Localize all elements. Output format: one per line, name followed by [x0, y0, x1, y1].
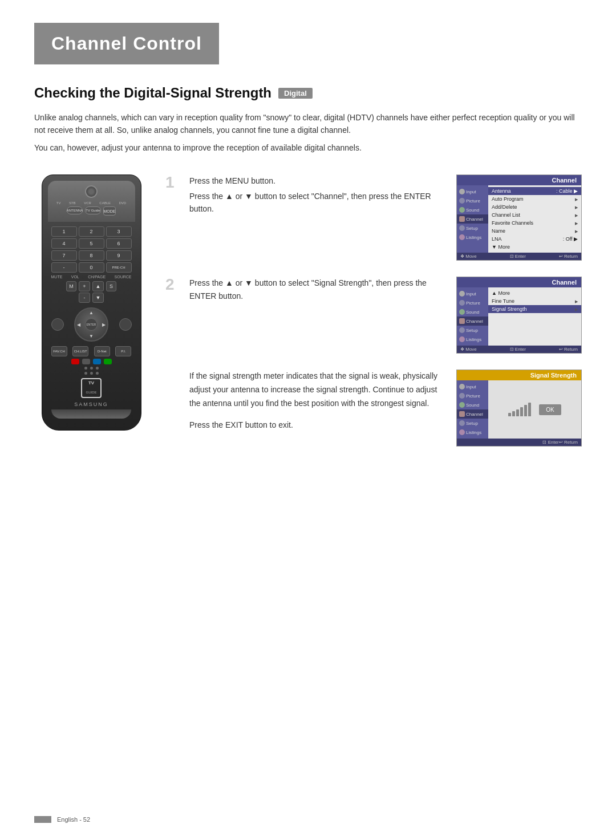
signal-body: Input Picture Sound Channel [457, 380, 581, 439]
signal-strength-box: Signal Strength Input Picture [456, 370, 582, 447]
step-2-line1: Press the ▲ or ▼ button to select "Signa… [189, 277, 446, 302]
btn-0[interactable]: 0 [79, 262, 104, 273]
tv-content-1: Antenna: Cable ▶ Auto Program Add/Delete… [488, 185, 581, 253]
picture-icon-s [459, 393, 465, 399]
tv-guide-box: TV GUIDE [81, 378, 101, 398]
tv-menu-2-footer: ❖ Move ⊡ Enter ↩ Return [457, 346, 581, 353]
listings-icon [459, 234, 465, 240]
gray-button[interactable] [82, 359, 90, 364]
bar-4 [520, 407, 523, 416]
red-button[interactable] [71, 359, 79, 364]
tv-guide-button[interactable]: TV Guide [85, 206, 101, 214]
footer-text: English - 52 [57, 816, 90, 823]
signal-footer-enter: ⊡ Enter [542, 440, 558, 445]
sound-icon-s [459, 402, 465, 408]
btn-2[interactable]: 2 [79, 226, 104, 237]
btn-6[interactable]: 6 [106, 238, 132, 249]
btn-dash[interactable]: - [51, 262, 77, 273]
sidebar-sound: Sound [457, 205, 488, 214]
blue-button[interactable] [93, 359, 101, 364]
vol-down-button[interactable]: - [79, 293, 90, 303]
menu2-item-more: ▲ More [492, 289, 578, 297]
sidebar-s-listings: Listings [457, 428, 488, 437]
btn-9[interactable]: 9 [106, 250, 132, 261]
sidebar-setup: Setup [457, 224, 488, 233]
btn-8[interactable]: 8 [79, 250, 104, 261]
d-net-button[interactable]: D-Net [94, 346, 110, 356]
bar-5 [524, 405, 527, 416]
exit-text: Press the EXIT button to exit. [189, 419, 446, 431]
ch-up-button[interactable]: ▲ [92, 281, 104, 291]
tv-menu-1-body: Input Picture Sound Channel [457, 185, 581, 253]
menu-item-favorite-channels: Favorite Channels [492, 219, 578, 227]
tv-guide-logo: TV GUIDE [51, 378, 132, 398]
sidebar-input: Input [457, 187, 488, 196]
vol-up-button[interactable]: + [79, 281, 90, 291]
bar-2 [512, 411, 515, 416]
bar-3 [516, 409, 519, 416]
step-1-text: Press the MENU button. Press the ▲ or ▼ … [189, 175, 446, 217]
step-2-number: 2 [165, 277, 179, 293]
tv-menu-2-body: Input Picture Sound Channel [457, 287, 581, 346]
btn-5[interactable]: 5 [79, 238, 104, 249]
menu-button[interactable] [51, 318, 64, 331]
menu-item-antenna: Antenna: Cable ▶ [488, 187, 581, 195]
menu2-item-fine-tune: Fine Tune [492, 297, 578, 305]
nav-up-icon: ▲ [89, 310, 94, 315]
vol-buttons: + - [79, 281, 90, 303]
source-button[interactable]: S [106, 281, 116, 291]
signal-content: OK [488, 380, 581, 439]
green-button[interactable] [104, 359, 112, 364]
antenna-button[interactable]: ANTENNA [67, 206, 83, 214]
remote-control: TV STB VCR CABLE DVD ANTENNA TV Guide MO… [42, 175, 141, 431]
bar-1 [508, 413, 511, 416]
footer2-return: ↩ Return [559, 347, 578, 352]
tv-menu-1-footer: ❖ Move ⊡ Enter ↩ Return [457, 253, 581, 260]
remote-dots-2 [51, 372, 132, 375]
sidebar2-channel: Channel [457, 316, 488, 326]
input-icon-s [459, 384, 465, 389]
samsung-logo: SAMSUNG [51, 401, 132, 407]
power-button[interactable] [85, 185, 98, 198]
setup-icon-s [459, 420, 465, 426]
pi-button[interactable]: P.I. [115, 346, 131, 356]
step-2-row: 2 Press the ▲ or ▼ button to select "Sig… [165, 277, 582, 354]
btn-3[interactable]: 3 [106, 226, 132, 237]
step-1-line1: Press the MENU button. [189, 175, 446, 187]
enter-button[interactable]: ENTER [85, 318, 98, 331]
section-title: Checking the Digital-Signal Strength [34, 85, 271, 101]
sound-icon [459, 207, 465, 213]
tv-sidebar-1: Input Picture Sound Channel [457, 185, 488, 253]
sidebar2-sound: Sound [457, 307, 488, 316]
nav-row: ▲ ▼ ◀ ▶ ENTER [51, 305, 132, 344]
ch-list-button[interactable]: CH.LIST [72, 346, 88, 356]
fav-ch-button[interactable]: FAV.CH [51, 346, 67, 356]
setup-icon-2 [459, 327, 465, 333]
vol-ch-buttons: M + - ▲ ▼ S [51, 281, 132, 303]
btn-4[interactable]: 4 [51, 238, 77, 249]
ch-buttons: ▲ ▼ [92, 281, 104, 303]
mode-button[interactable]: MODE [103, 206, 116, 216]
description-text-2: You can, however, adjust your antenna to… [34, 141, 582, 154]
btn-1[interactable]: 1 [51, 226, 77, 237]
ch-down-button[interactable]: ▼ [92, 293, 104, 303]
input-icon-2 [459, 291, 465, 297]
page-header: Channel Control [34, 23, 219, 64]
footer-enter: ⊡ Enter [510, 254, 526, 259]
btn-prech[interactable]: PRE-CH [106, 262, 132, 273]
sidebar2-input: Input [457, 289, 488, 298]
sidebar-s-sound: Sound [457, 400, 488, 409]
navigation-circle[interactable]: ▲ ▼ ◀ ▶ ENTER [74, 307, 108, 342]
sidebar2-setup: Setup [457, 326, 488, 335]
listings-icon-s [459, 429, 465, 435]
signal-footer: ⊡ Enter ↩ Return [457, 439, 581, 446]
mute-button[interactable]: M [66, 281, 76, 291]
color-buttons [51, 359, 132, 364]
dot-4 [84, 372, 87, 375]
info-button[interactable] [119, 318, 132, 331]
input-icon [459, 189, 465, 194]
btn-7[interactable]: 7 [51, 250, 77, 261]
step-3-body: If the signal strength meter indicates t… [189, 370, 446, 410]
ok-button[interactable]: OK [539, 404, 561, 415]
remote-main-section: 1 2 3 4 5 6 7 8 9 - 0 PRE-CH MUTE VOL [48, 224, 135, 409]
